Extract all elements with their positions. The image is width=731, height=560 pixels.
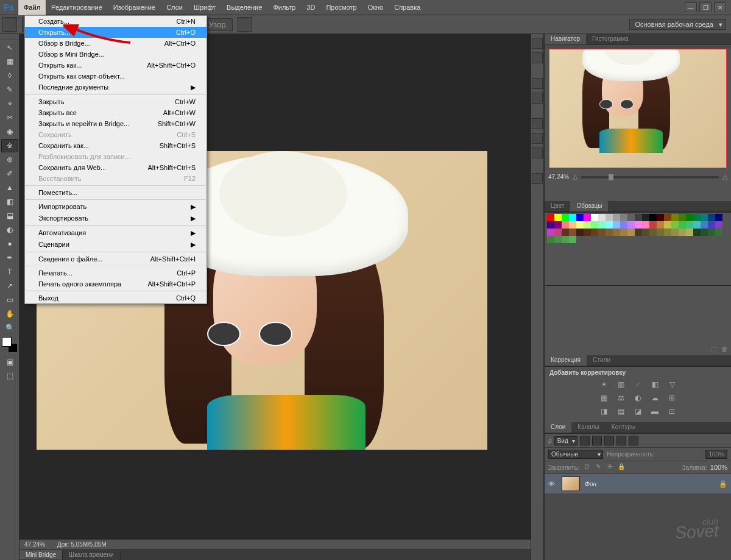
threshold-icon[interactable]: ◪ bbox=[632, 407, 643, 417]
swatch[interactable] bbox=[569, 214, 576, 221]
menu-справка[interactable]: Справка bbox=[389, 0, 426, 15]
swatch[interactable] bbox=[598, 229, 606, 236]
tool-9[interactable]: ✐ bbox=[1, 167, 18, 180]
filter-shape-icon[interactable] bbox=[616, 436, 626, 445]
swatch[interactable] bbox=[569, 221, 576, 229]
lock-position-icon[interactable]: ✢ bbox=[606, 463, 614, 472]
menu-слои[interactable]: Слои bbox=[161, 0, 188, 15]
swatch[interactable] bbox=[606, 221, 613, 229]
tab-mini-bridge[interactable]: Mini Bridge bbox=[19, 550, 63, 559]
levels-icon[interactable]: ▥ bbox=[615, 380, 626, 390]
invert-icon[interactable]: ◨ bbox=[598, 407, 609, 417]
menu-шрифт[interactable]: Шрифт bbox=[188, 0, 221, 15]
layer-thumbnail[interactable] bbox=[562, 477, 580, 491]
photo-filter-icon[interactable]: ☁ bbox=[649, 394, 660, 403]
tool-8[interactable]: ⊕ bbox=[1, 153, 18, 166]
vibrance-icon[interactable]: ▽ bbox=[666, 380, 677, 390]
swatch[interactable] bbox=[569, 236, 576, 243]
swatch[interactable] bbox=[584, 229, 591, 236]
swatch[interactable] bbox=[642, 229, 649, 236]
swatch[interactable] bbox=[693, 229, 701, 236]
tool-7[interactable]: ※ bbox=[1, 139, 18, 152]
menu-item--[interactable]: Закрыть всеAlt+Ctrl+W bbox=[25, 107, 207, 118]
menu-просмотр[interactable]: Просмотр bbox=[320, 0, 362, 15]
menu-изображение[interactable]: Изображение bbox=[108, 0, 161, 15]
swatch[interactable] bbox=[620, 229, 627, 236]
swatch[interactable] bbox=[635, 229, 642, 236]
swatch[interactable] bbox=[598, 214, 606, 221]
menu-item--[interactable]: Сценарии▶ bbox=[25, 239, 207, 250]
swatch[interactable] bbox=[642, 221, 649, 229]
filter-adjust-icon[interactable] bbox=[592, 436, 602, 445]
zoom-level[interactable]: 47,24% bbox=[24, 541, 45, 548]
brush-panel-icon[interactable] bbox=[532, 133, 543, 144]
menu-item--[interactable]: Открыть как смарт-объект... bbox=[25, 71, 207, 82]
menu-item--[interactable]: Импортировать▶ bbox=[25, 201, 207, 213]
menu-item--[interactable]: Автоматизация▶ bbox=[25, 227, 207, 239]
swatch[interactable] bbox=[664, 229, 671, 236]
zoom-in-icon[interactable]: △ bbox=[722, 173, 727, 181]
swatch[interactable] bbox=[715, 229, 722, 236]
swatch[interactable] bbox=[547, 229, 554, 236]
tool-14[interactable]: ● bbox=[1, 237, 18, 250]
swatch[interactable] bbox=[664, 214, 671, 221]
swatch[interactable] bbox=[627, 229, 635, 236]
menu-item--[interactable]: Создать...Ctrl+N bbox=[25, 16, 207, 27]
menu-item--[interactable]: Печать одного экземпляраAlt+Shift+Ctrl+P bbox=[25, 278, 207, 289]
swatch[interactable] bbox=[613, 221, 620, 229]
swatch[interactable] bbox=[693, 221, 701, 229]
swatch[interactable] bbox=[635, 221, 642, 229]
actions-panel-icon[interactable] bbox=[532, 52, 543, 63]
menu-item--mini-bridge-[interactable]: Обзор в Mini Bridge... bbox=[25, 49, 207, 60]
close-button[interactable]: ✕ bbox=[714, 2, 726, 12]
menu-item--web-[interactable]: Сохранить для Web...Alt+Shift+Ctrl+S bbox=[25, 162, 207, 173]
swatch[interactable] bbox=[708, 229, 715, 236]
screenmode-icon[interactable]: ⬚ bbox=[1, 369, 18, 383]
swatch[interactable] bbox=[562, 221, 569, 229]
swatch[interactable] bbox=[701, 229, 708, 236]
swatch[interactable] bbox=[620, 214, 627, 221]
tool-2[interactable]: ◊ bbox=[1, 69, 18, 82]
tab-correction[interactable]: Коррекция bbox=[545, 355, 587, 366]
workspace-dropdown[interactable]: Основная рабочая среда bbox=[629, 19, 726, 30]
swatch[interactable] bbox=[591, 229, 598, 236]
lock-all-icon[interactable]: 🔒 bbox=[617, 463, 626, 472]
swatch[interactable] bbox=[686, 214, 693, 221]
properties-panel-icon[interactable] bbox=[532, 78, 543, 89]
tool-13[interactable]: ◐ bbox=[1, 223, 18, 236]
swatch[interactable] bbox=[562, 229, 569, 236]
swatch[interactable] bbox=[591, 221, 598, 229]
paragraph-panel-icon[interactable] bbox=[532, 118, 543, 129]
info-panel-icon[interactable] bbox=[532, 173, 543, 184]
tab-styles[interactable]: Стили bbox=[587, 355, 616, 366]
clone-panel-icon[interactable] bbox=[532, 147, 543, 158]
quickmask-icon[interactable]: ▣ bbox=[1, 355, 18, 369]
swatch[interactable] bbox=[642, 214, 649, 221]
filter-smart-icon[interactable] bbox=[629, 436, 638, 445]
visibility-icon[interactable]: 👁 bbox=[548, 480, 557, 487]
tab-timeline[interactable]: Шкала времени bbox=[63, 550, 120, 559]
toolbox-handle[interactable] bbox=[0, 34, 19, 40]
swatch[interactable] bbox=[657, 214, 664, 221]
tool-0[interactable]: ↖ bbox=[1, 41, 18, 54]
swatch[interactable] bbox=[701, 221, 708, 229]
menu-item--bridge-[interactable]: Обзор в Bridge...Alt+Ctrl+O bbox=[25, 38, 207, 49]
filter-pixel-icon[interactable] bbox=[580, 436, 590, 445]
swatch[interactable] bbox=[649, 229, 657, 236]
selective-icon[interactable]: ⊡ bbox=[666, 407, 677, 417]
swatch[interactable] bbox=[584, 221, 591, 229]
hue-icon[interactable]: ▦ bbox=[598, 394, 609, 403]
tab-navigator[interactable]: Навигатор bbox=[545, 34, 586, 44]
swatch[interactable] bbox=[584, 214, 591, 221]
swatch[interactable] bbox=[627, 221, 635, 229]
history-panel-icon[interactable] bbox=[532, 38, 543, 49]
tool-4[interactable]: ⌖ bbox=[1, 97, 18, 110]
tab-histogram[interactable]: Гистограмма bbox=[586, 34, 635, 44]
tab-layers[interactable]: Слои bbox=[545, 422, 571, 433]
menu-item--bridge-[interactable]: Закрыть и перейти в Bridge...Shift+Ctrl+… bbox=[25, 118, 207, 129]
swatch[interactable] bbox=[606, 229, 613, 236]
posterize-icon[interactable]: ▤ bbox=[615, 407, 626, 417]
swatch[interactable] bbox=[664, 221, 671, 229]
swatch[interactable] bbox=[657, 229, 664, 236]
swatch[interactable] bbox=[708, 214, 715, 221]
